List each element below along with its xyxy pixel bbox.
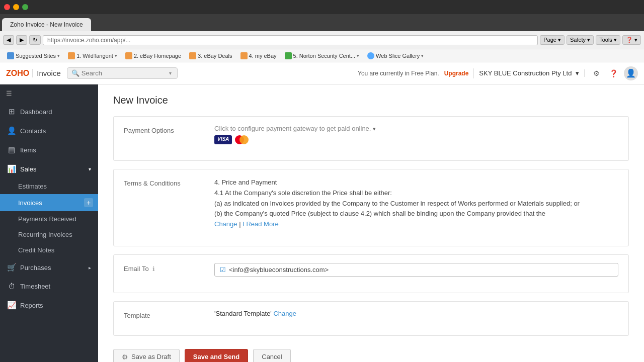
browser-tab-bar: Zoho Invoice - New Invoice	[0, 14, 644, 31]
safety-btn[interactable]: Safety ▾	[567, 35, 594, 45]
template-row: Template 'Standard Template' Change	[124, 310, 618, 319]
terms-links: Change | I Read More	[214, 219, 618, 230]
template-change-link[interactable]: Change	[273, 310, 296, 317]
search-dropdown-icon[interactable]: ▾	[169, 70, 172, 76]
favorites-bar: Suggested Sites ▾ 1. WildTangent ▾ 2. eB…	[0, 49, 644, 62]
sidebar-label-items: Items	[20, 146, 36, 154]
contacts-icon: 👤	[7, 126, 16, 135]
sidebar-label-invoices: Invoices	[18, 199, 42, 207]
gear-icon: ⚙	[122, 353, 128, 361]
payment-configure-text[interactable]: Click to configure payment gateway to ge…	[214, 125, 371, 132]
terms-read-more-link[interactable]: I Read More	[243, 220, 279, 228]
search-container: 🔍 ▾	[67, 67, 178, 79]
payment-options-value: Click to configure payment gateway to ge…	[214, 125, 618, 144]
fav-ebay-home[interactable]: 2. eBay Homepage	[122, 52, 184, 60]
fav-norton[interactable]: 5. Norton Security Cent... ▾	[282, 52, 363, 60]
sidebar-item-reports[interactable]: 📈 Reports	[0, 296, 98, 315]
user-avatar[interactable]: 👤	[624, 66, 638, 80]
add-invoice-icon[interactable]: +	[84, 198, 93, 207]
terms-label: Terms & Conditions	[124, 177, 204, 187]
fav-label: 1. WildTangent	[76, 53, 113, 59]
fav-web-slice[interactable]: Web Slice Gallery ▾	[364, 52, 427, 60]
tools-btn[interactable]: Tools ▾	[596, 35, 620, 45]
company-name[interactable]: SKY BLUE Construction Pty Ltd ▾	[479, 69, 585, 77]
payment-options-label: Payment Options	[124, 125, 204, 134]
sidebar-item-dashboard[interactable]: ⊞ Dashboard	[0, 102, 98, 121]
purchases-arrow-icon: ▸	[89, 265, 91, 270]
header-icons: ⚙ ❓ 👤	[590, 66, 638, 80]
header-right: You are currently in Free Plan. Upgrade …	[358, 66, 638, 80]
sidebar-item-invoices[interactable]: Invoices +	[0, 194, 98, 211]
sidebar-label-estimates: Estimates	[18, 183, 47, 190]
terms-line3: (a) as indicated on Invoices provided by…	[214, 199, 618, 209]
email-to-row: Email To ℹ ☑ <info@skyblueconstructions.…	[124, 263, 618, 277]
terms-line4: (b) the Company's quoted Price (subject …	[214, 209, 618, 219]
save-send-button[interactable]: Save and Send	[185, 349, 248, 362]
fav-label: 2. eBay Homepage	[134, 53, 181, 59]
terms-change-link[interactable]: Change	[214, 220, 237, 228]
email-info-icon: ℹ	[152, 265, 155, 273]
fav-label: 4. my eBay	[249, 53, 277, 59]
browser-top-bar	[0, 0, 644, 14]
zoho-logo: ZOHO Invoice	[6, 69, 61, 78]
page-btn[interactable]: Page ▾	[540, 35, 565, 45]
search-icon: 🔍	[71, 69, 79, 77]
sidebar-label-credit-notes: Credit Notes	[18, 246, 54, 254]
dashboard-icon: ⊞	[7, 107, 16, 116]
help-btn[interactable]: ❓ ▾	[622, 35, 641, 45]
template-value: 'Standard Template' Change	[214, 310, 618, 317]
terms-section: Terms & Conditions 4. Price and Payment …	[113, 169, 629, 246]
main-body: ☰ ⊞ Dashboard 👤 Contacts ▤ Items 📊 Sales…	[0, 84, 644, 362]
terms-row: Terms & Conditions 4. Price and Payment …	[124, 177, 618, 230]
email-address: <info@skyblueconstructions.com>	[229, 266, 329, 274]
forward-btn[interactable]: ▶	[16, 35, 27, 45]
settings-icon[interactable]: ⚙	[590, 67, 603, 80]
email-checkbox-icon[interactable]: ☑	[220, 266, 226, 274]
purchases-icon: 🛒	[7, 263, 16, 272]
sidebar-label-purchases: Purchases	[20, 264, 85, 272]
sidebar-label-recurring: Recurring Invoices	[18, 231, 72, 238]
fav-my-ebay[interactable]: 4. my eBay	[237, 52, 280, 60]
email-to-label: Email To ℹ	[124, 263, 204, 273]
reports-icon: 📈	[7, 301, 16, 310]
sidebar-item-purchases[interactable]: 🛒 Purchases ▸	[0, 258, 98, 277]
sidebar-item-estimates[interactable]: Estimates	[0, 178, 98, 194]
fav-label: Suggested Sites	[16, 53, 56, 59]
sales-icon: 📊	[7, 164, 16, 173]
save-draft-button[interactable]: ⚙ Save as Draft	[113, 349, 180, 362]
fav-suggested-sites[interactable]: Suggested Sites ▾	[4, 52, 63, 60]
back-btn[interactable]: ◀	[3, 35, 14, 45]
fav-ebay-deals[interactable]: 3. eBay Deals	[186, 52, 235, 60]
refresh-btn[interactable]: ↻	[29, 35, 41, 45]
content-area: New Invoice Payment Options Click to con…	[98, 84, 644, 362]
upgrade-link[interactable]: Upgrade	[444, 70, 469, 77]
terms-line2: 4.1 At the Company's sole discretion the…	[214, 188, 618, 199]
help-icon[interactable]: ❓	[607, 67, 620, 80]
cancel-button[interactable]: Cancel	[253, 349, 290, 362]
configure-arrow-icon: ▾	[373, 126, 376, 132]
page-title: New Invoice	[113, 95, 629, 106]
sidebar-label-reports: Reports	[20, 302, 43, 309]
template-section: Template 'Standard Template' Change	[113, 301, 629, 336]
email-field[interactable]: ☑ <info@skyblueconstructions.com>	[214, 263, 618, 277]
sidebar-item-items[interactable]: ▤ Items	[0, 140, 98, 159]
visa-logo: VISA	[214, 135, 232, 144]
template-label: Template	[124, 310, 204, 319]
sidebar-label-contacts: Contacts	[20, 127, 46, 135]
payment-options-row: Payment Options Click to configure payme…	[124, 125, 618, 144]
sidebar-item-recurring-invoices[interactable]: Recurring Invoices	[0, 227, 98, 242]
sidebar-label-timesheet: Timesheet	[20, 283, 50, 290]
search-input[interactable]	[82, 69, 167, 77]
sidebar-item-sales[interactable]: 📊 Sales ▾	[0, 159, 98, 178]
sidebar-item-contacts[interactable]: 👤 Contacts	[0, 121, 98, 140]
sidebar-item-timesheet[interactable]: ⏱ Timesheet	[0, 277, 98, 296]
sales-arrow-icon: ▾	[89, 166, 91, 172]
active-tab[interactable]: Zoho Invoice - New Invoice	[2, 18, 91, 31]
fav-label: 3. eBay Deals	[198, 53, 232, 59]
fav-label: Web Slice Gallery	[376, 53, 420, 59]
fav-wildtangent[interactable]: 1. WildTangent ▾	[65, 52, 120, 60]
sidebar-label-sales: Sales	[20, 165, 85, 173]
sidebar-item-credit-notes[interactable]: Credit Notes	[0, 242, 98, 258]
sidebar-item-payments-received[interactable]: Payments Received	[0, 211, 98, 227]
sidebar-toggle[interactable]: ☰	[0, 84, 98, 102]
